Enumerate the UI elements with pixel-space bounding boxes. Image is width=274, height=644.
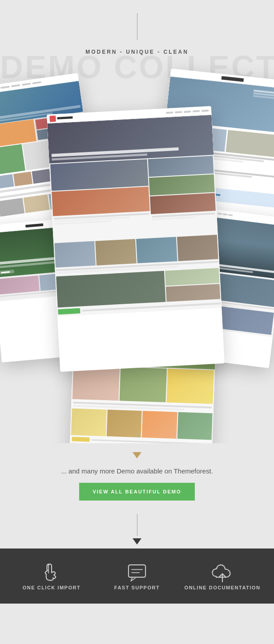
demos-section bbox=[0, 57, 274, 443]
footer-import-label: ONE CLICK IMPORT bbox=[23, 585, 81, 590]
section-arrow bbox=[0, 443, 274, 463]
more-demos-text: ... and many more Demo available on Them… bbox=[9, 467, 265, 475]
footer-item-import: ONE CLICK IMPORT bbox=[9, 562, 94, 590]
view-all-button[interactable]: VIEW ALL BEAUTIFUL DEMO bbox=[79, 483, 194, 501]
hand-pointer-icon bbox=[40, 562, 63, 585]
footer-section: ONE CLICK IMPORT FAST SUPPORT ONLINE DOC… bbox=[0, 549, 274, 604]
footer-item-docs: ONLINE DOCUMENTATION bbox=[180, 562, 265, 590]
cloud-upload-icon bbox=[211, 562, 234, 585]
footer-divider-area bbox=[0, 509, 274, 549]
top-divider bbox=[137, 13, 137, 40]
footer-item-support: FAST SUPPORT bbox=[95, 562, 179, 590]
footer-support-label: FAST SUPPORT bbox=[114, 585, 160, 590]
footer-triangle-icon bbox=[133, 538, 141, 545]
footer-docs-label: ONLINE DOCUMENTATION bbox=[185, 585, 261, 590]
triangle-icon bbox=[133, 452, 141, 458]
more-demos-section: ... and many more Demo available on Them… bbox=[0, 463, 274, 509]
footer-triangle bbox=[0, 536, 274, 549]
footer-divider-line bbox=[137, 514, 137, 536]
chat-bubble-icon bbox=[125, 562, 149, 585]
demo-screenshot-3[interactable] bbox=[47, 106, 225, 372]
svg-rect-0 bbox=[129, 565, 145, 577]
